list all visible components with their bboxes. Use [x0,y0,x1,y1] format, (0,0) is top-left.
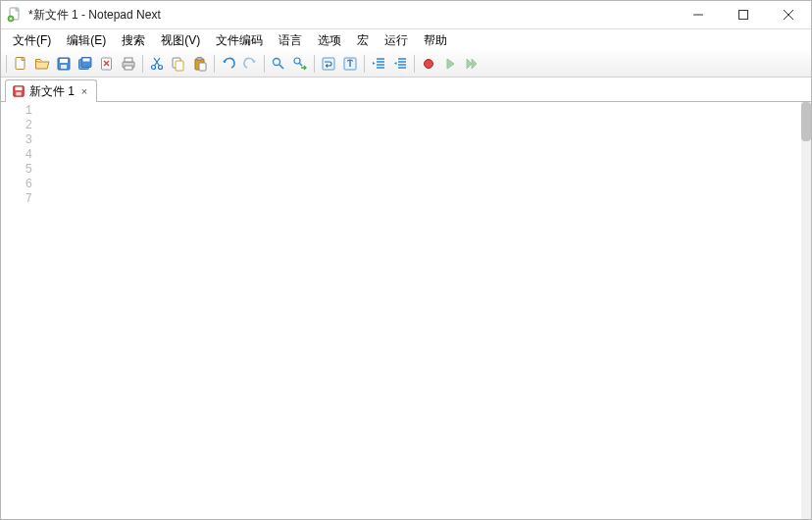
svg-rect-8 [60,59,68,63]
menu-edit[interactable]: 编辑(E) [59,30,114,51]
line-number: 1 [1,104,32,119]
menu-encoding[interactable]: 文件编码 [208,30,271,51]
line-number: 6 [1,178,32,192]
paste-button[interactable] [190,54,210,74]
editor: 1 2 3 4 5 6 7 [1,102,811,519]
line-number-gutter: 1 2 3 4 5 6 7 [1,102,40,519]
menu-search[interactable]: 搜索 [114,30,153,51]
menu-file[interactable]: 文件(F) [5,30,59,51]
tab-close-button[interactable]: × [78,85,90,97]
toolbar-separator [314,55,315,73]
toolbar-separator [214,55,215,73]
svg-rect-22 [197,58,202,61]
title-bar: *新文件 1 - Notepad Next [1,1,811,29]
menu-bar: 文件(F) 编辑(E) 搜索 视图(V) 文件编码 语言 选项 宏 运行 帮助 [1,29,811,51]
svg-rect-26 [323,58,334,70]
find-button[interactable] [269,54,288,74]
tab-label: 新文件 1 [29,83,75,100]
line-number: 3 [1,133,32,148]
menu-help[interactable]: 帮助 [416,30,455,51]
tab-active[interactable]: 新文件 1 × [5,79,97,102]
app-icon [7,7,23,23]
minimize-button[interactable] [676,1,721,28]
menu-language[interactable]: 语言 [271,30,310,51]
close-button[interactable] [766,1,811,28]
scrollbar-thumb[interactable] [801,102,811,141]
line-number: 7 [1,192,32,207]
print-button[interactable] [119,54,138,74]
new-file-button[interactable] [11,54,30,74]
menu-run[interactable]: 运行 [377,30,416,51]
svg-point-24 [274,59,280,66]
close-file-button[interactable] [97,54,117,74]
svg-rect-3 [739,11,748,20]
svg-rect-20 [176,61,183,71]
menu-macro[interactable]: 宏 [349,30,377,51]
window-controls [676,1,811,28]
line-number: 5 [1,163,32,178]
open-file-button[interactable] [32,54,52,74]
svg-rect-9 [61,65,67,69]
save-icon [12,84,25,98]
svg-rect-30 [16,87,23,91]
svg-rect-16 [125,66,132,70]
replace-button[interactable] [290,54,310,74]
undo-button[interactable] [219,54,238,74]
toolbar-separator [6,55,7,73]
indent-button[interactable] [369,54,388,74]
window-title: *新文件 1 - Notepad Next [28,7,161,24]
macro-record-button[interactable] [419,54,438,74]
toolbar-separator [414,55,415,73]
save-button[interactable] [54,54,74,74]
toolbar-separator [142,55,143,73]
svg-rect-15 [125,58,132,62]
whitespace-button[interactable] [340,54,360,74]
line-number: 2 [1,119,32,133]
svg-rect-31 [16,92,21,96]
toolbar-separator [264,55,265,73]
copy-button[interactable] [169,54,188,74]
macro-play-button[interactable] [440,54,460,74]
save-all-button[interactable] [76,54,95,74]
word-wrap-button[interactable] [319,54,338,74]
line-number: 4 [1,148,32,163]
svg-rect-12 [83,59,90,62]
svg-point-28 [425,60,433,69]
svg-rect-23 [199,63,206,71]
vertical-scrollbar[interactable] [801,102,811,519]
menu-view[interactable]: 视图(V) [153,30,208,51]
menu-options[interactable]: 选项 [310,30,349,51]
text-area[interactable] [40,102,801,519]
cut-button[interactable] [147,54,167,74]
toolbar [1,51,811,78]
svg-point-25 [294,58,300,64]
redo-button[interactable] [240,54,260,74]
tab-bar: 新文件 1 × [1,78,811,102]
maximize-button[interactable] [721,1,766,28]
outdent-button[interactable] [390,54,410,74]
toolbar-separator [364,55,365,73]
macro-play-multi-button[interactable] [462,54,482,74]
